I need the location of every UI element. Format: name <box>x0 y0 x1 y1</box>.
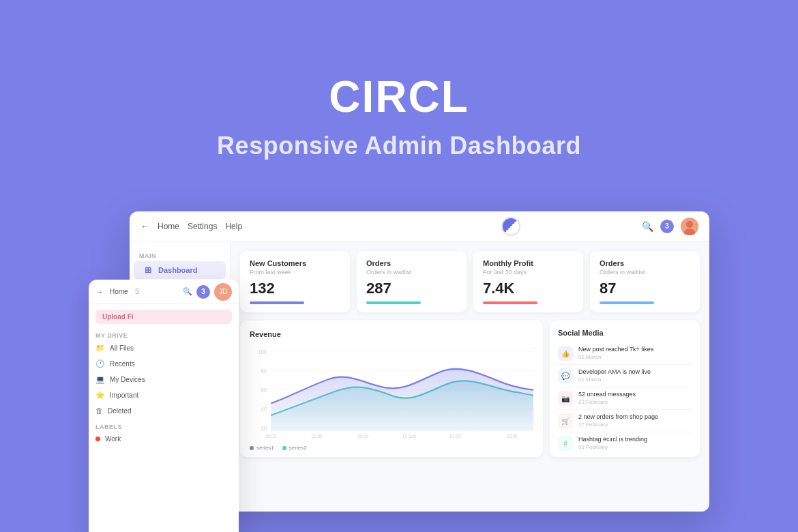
avatar-svg <box>681 218 698 235</box>
customers-sub: From last week <box>250 269 340 276</box>
messages-text: 52 unread messages <box>578 391 636 399</box>
notification-badge[interactable]: 3 <box>660 220 674 233</box>
series2-label: series2 <box>289 445 307 451</box>
my-drive-label: MY DRIVE <box>89 329 239 340</box>
hero-title: CIRCL <box>329 72 469 122</box>
ama-icon-box: 💬 <box>558 368 573 383</box>
cart-icon: 🛒 <box>561 417 570 425</box>
orders-sub: Orders in waitlist <box>366 269 457 276</box>
svg-text:40: 40 <box>261 407 267 413</box>
messages-icon-box: 📷 <box>558 391 573 406</box>
thumbsup-icon: 👍 <box>561 350 570 357</box>
search-icon[interactable]: 🔍 <box>642 221 653 232</box>
svg-text:20:00: 20:00 <box>265 433 276 438</box>
messages-text-area: 52 unread messages 23 February <box>578 391 636 405</box>
orders-social-date: 17 February <box>578 422 658 428</box>
orders2-sub: Orders in waitlist <box>600 269 690 276</box>
recents-item[interactable]: 🕐 Recents <box>89 356 239 372</box>
sec-topbar: → Home S 🔍 3 JD <box>89 280 239 304</box>
orders-title: Orders <box>366 259 457 267</box>
orders-social-text: 2 new orders from shop page <box>578 413 658 422</box>
profit-title: Monthly Profit <box>483 259 574 267</box>
devices-icon: 💻 <box>95 375 105 384</box>
sec-notification-badge[interactable]: 3 <box>196 285 210 299</box>
important-item[interactable]: ⭐ Important <box>89 387 239 403</box>
orders2-bar <box>600 301 654 304</box>
all-files-label: All Files <box>110 344 134 352</box>
chart-area: 100 80 60 40 20 <box>250 344 533 442</box>
svg-text:20: 20 <box>261 426 267 432</box>
svg-point-1 <box>686 221 693 228</box>
nav-settings[interactable]: Settings <box>188 222 217 231</box>
stat-card-orders: Orders Orders in waitlist 287 <box>357 251 467 312</box>
upload-file-button[interactable]: Upload Fi <box>95 310 232 324</box>
topbar-right: 🔍 3 <box>642 218 698 235</box>
stat-cards-row: New Customers From last week 132 Orders … <box>240 251 700 312</box>
svg-text:80: 80 <box>261 368 267 375</box>
logo-circle <box>501 217 520 236</box>
customers-value: 132 <box>250 280 340 297</box>
main-content: New Customers From last week 132 Orders … <box>231 241 709 512</box>
trash-icon: 🗑 <box>95 407 103 415</box>
orders2-value: 87 <box>600 280 690 297</box>
trending-text-area: Hashtag #circl is trending 03 February <box>578 436 647 450</box>
social-item-likes: 👍 New post reached 7k+ likes 02 March <box>558 342 692 365</box>
avatar <box>681 218 698 235</box>
social-media-card: Social Media 👍 New post reached 7k+ like… <box>550 321 700 457</box>
all-files-item[interactable]: 📁 All Files <box>89 340 239 356</box>
labels-section-label: LABELS <box>89 421 239 432</box>
work-label-item[interactable]: Work <box>89 432 239 446</box>
sidebar-dashboard-label: Dashboard <box>158 266 197 274</box>
sidebar-item-dashboard[interactable]: ⊞ Dashboard <box>134 261 226 279</box>
profit-value: 7.4K <box>483 280 574 297</box>
social-item-trending: # Hashtag #circl is trending 03 February <box>558 432 692 454</box>
orders-bar <box>366 301 421 304</box>
hero-section: CIRCL Responsive Admin Dashboard <box>0 0 798 232</box>
social-item-messages: 📷 52 unread messages 23 February <box>558 387 692 410</box>
customers-bar <box>250 301 304 304</box>
sec-back-icon[interactable]: → <box>95 288 103 296</box>
stat-card-profit: Monthly Profit For last 30 days 7.4K <box>473 251 583 312</box>
main-section-label: Main <box>130 250 230 261</box>
topbar: ← Home Settings Help 🔍 3 <box>130 211 709 241</box>
nav-help[interactable]: Help <box>225 222 242 231</box>
trending-text: Hashtag #circl is trending <box>578 436 647 444</box>
back-arrow-icon[interactable]: ← <box>141 221 149 231</box>
recents-label: Recents <box>110 360 135 368</box>
folder-icon: 📁 <box>95 344 105 353</box>
svg-text:19 Sep: 19 Sep <box>402 433 416 439</box>
my-devices-item[interactable]: 💻 My Devices <box>89 372 239 387</box>
stat-card-customers: New Customers From last week 132 <box>240 251 350 312</box>
deleted-label: Deleted <box>108 407 131 415</box>
dashboard-icon: ⊞ <box>143 265 153 275</box>
svg-text:100: 100 <box>258 349 267 356</box>
svg-text:60: 60 <box>261 387 267 394</box>
deleted-item[interactable]: 🗑 Deleted <box>89 403 239 418</box>
stat-card-orders2: Orders Orders in waitlist 87 <box>590 251 700 312</box>
svg-text:02:00: 02:00 <box>507 433 518 438</box>
likes-text: New post reached 7k+ likes <box>578 346 653 354</box>
topbar-nav: ← Home Settings Help <box>141 221 381 231</box>
hero-subtitle: Responsive Admin Dashboard <box>217 132 581 160</box>
orders-social-text-area: 2 new orders from shop page 17 February <box>578 413 658 428</box>
profit-bar <box>483 301 537 304</box>
work-label: Work <box>105 435 121 443</box>
my-devices-label: My Devices <box>110 376 145 383</box>
camera-icon: 📷 <box>561 395 570 402</box>
series2-dot <box>282 446 286 450</box>
nav-home[interactable]: Home <box>158 222 179 231</box>
messages-date: 23 February <box>578 399 636 405</box>
work-dot <box>95 437 100 441</box>
orders-value: 287 <box>366 280 457 297</box>
sec-search-icon[interactable]: 🔍 <box>183 287 192 296</box>
chart-legend: series1 series2 <box>250 445 533 451</box>
important-label: Important <box>110 391 138 399</box>
orders2-title: Orders <box>600 259 690 267</box>
chat-icon: 💬 <box>561 372 570 380</box>
legend-series2: series2 <box>282 445 307 451</box>
revenue-svg: 100 80 60 40 20 <box>250 344 533 439</box>
svg-text:01:00: 01:00 <box>450 433 461 438</box>
mockup-wrapper: → Home S 🔍 3 JD Upload Fi MY DRIVE 📁 All… <box>89 211 709 532</box>
revenue-chart-card: Revenue 100 80 <box>240 321 543 457</box>
secondary-card: → Home S 🔍 3 JD Upload Fi MY DRIVE 📁 All… <box>89 280 239 532</box>
